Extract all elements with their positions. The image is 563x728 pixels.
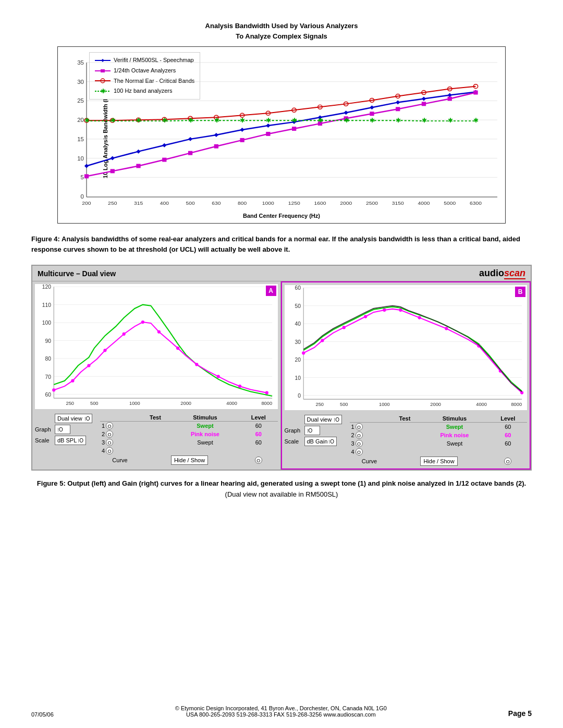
ctrl-graph-dropdown-b[interactable]: ⁝O [304, 426, 320, 435]
curve-level-a4 [239, 447, 277, 455]
ctrl-graph-spinner-b: ⁝O [307, 428, 313, 434]
curves-table-b: Test Stimulus Level 1 [350, 415, 528, 466]
ctrl-view-value-b: Dual view [307, 416, 332, 423]
ctrl-row-scale-b: Scale dB Gain ⁝O [285, 437, 347, 446]
svg-text:✱: ✱ [370, 117, 375, 124]
curve-circle-a3[interactable]: O [106, 439, 113, 446]
svg-rect-71 [448, 96, 452, 101]
multicurve-title: Multicurve – Dual view [38, 269, 116, 278]
svg-point-162 [321, 339, 324, 342]
ctrl-scale-value-b: dB Gain [307, 438, 328, 445]
curve-level-a1: 60 [239, 422, 277, 430]
ctrl-scale-dropdown-a[interactable]: dB SPL ⁝O [55, 436, 86, 445]
curve-level-b3: 60 [489, 439, 527, 448]
svg-point-133 [157, 330, 161, 334]
controls-b: Dual view ⁝O Graph ⁝O Scale [282, 413, 530, 468]
svg-text:✱: ✱ [422, 117, 427, 124]
svg-text:1250: 1250 [288, 200, 300, 206]
hide-show-button-a[interactable]: Hide / Show [171, 455, 208, 465]
svg-text:90: 90 [45, 338, 52, 344]
controls-a: Dual view ⁝O Graph ⁝O Scale [32, 412, 280, 467]
graph-svg-a: 120 110 100 90 80 70 60 250 500 1000 200… [35, 284, 278, 409]
svg-text:8000: 8000 [511, 402, 522, 407]
curve-circle-b4[interactable]: O [356, 448, 363, 455]
curve-circle-a1[interactable]: O [106, 422, 113, 429]
curve-circle-b2[interactable]: O [356, 431, 363, 439]
hide-show-cell-b: Hide / Show [389, 456, 489, 466]
logo-audio: audio [479, 268, 504, 278]
figure5-text-normal: (Dual view not available in RM500SL) [225, 490, 338, 498]
svg-text:1600: 1600 [314, 200, 326, 206]
svg-point-128 [71, 379, 74, 382]
curve-stimulus-a4 [171, 447, 239, 455]
curve-test-a1 [140, 422, 171, 430]
chart1-section: 10 Log Analysis Bandwidth (Hz) Band Cent… [31, 46, 532, 224]
ctrl-scale-spinner-a: ⁝O [78, 438, 83, 443]
svg-point-163 [342, 326, 345, 329]
svg-text:2500: 2500 [366, 200, 378, 206]
ctrl-row-graph-b: Graph ⁝O [285, 426, 347, 435]
svg-text:10: 10 [77, 155, 84, 162]
ctrl-scale-dropdown-b[interactable]: dB Gain ⁝O [304, 437, 337, 446]
svg-rect-60 [162, 158, 166, 162]
curve-footer-label-a: Curve [100, 455, 140, 465]
svg-text:200: 200 [82, 200, 91, 206]
svg-text:✱: ✱ [396, 117, 401, 124]
curve-stimulus-a2: Pink noise [171, 430, 239, 438]
curve-row-b3: 3 O Swept 60 [350, 439, 528, 448]
svg-text:250: 250 [66, 401, 74, 406]
hide-show-circle-b[interactable]: O [504, 458, 511, 465]
svg-text:110: 110 [42, 302, 51, 308]
svg-text:30: 30 [295, 339, 301, 345]
curves-table-inner-a: Test Stimulus Level 1 [100, 414, 278, 465]
ctrl-view-dropdown-a[interactable]: Dual view ⁝O [55, 414, 92, 423]
svg-point-135 [195, 363, 198, 366]
chart1-xaxis-label: Band Center Frequency (Hz) [243, 213, 320, 219]
svg-text:500: 500 [186, 200, 195, 206]
svg-text:100: 100 [42, 320, 51, 326]
hide-show-icon-b[interactable]: O [489, 456, 527, 466]
panel-badge-b: B [515, 287, 525, 297]
hide-show-circle-a[interactable]: O [255, 456, 262, 464]
curve-level-b2: 60 [489, 431, 527, 439]
svg-marker-48 [266, 124, 270, 128]
svg-text:400: 400 [160, 200, 169, 206]
chart1-title-line1: Analysis Bandwidth Used by Various Analy… [31, 21, 532, 31]
svg-point-165 [383, 309, 386, 312]
svg-rect-69 [396, 107, 400, 111]
multicurve-header: Multicurve – Dual view audioscan [32, 266, 531, 281]
ctrl-graph-label-b: Graph [285, 427, 303, 434]
th-stimulus-a: Stimulus [171, 414, 239, 422]
ctrl-scale-label-b: Scale [285, 438, 303, 445]
svg-text:3150: 3150 [392, 200, 404, 206]
curve-test-a2 [140, 430, 171, 438]
hide-show-icon-a[interactable]: O [239, 455, 277, 465]
curve-num-a2: 2 O [100, 430, 140, 438]
svg-rect-61 [188, 151, 192, 155]
svg-text:✱: ✱ [188, 117, 193, 124]
svg-text:60: 60 [295, 285, 301, 291]
curve-circle-a2[interactable]: O [106, 430, 113, 438]
figure5-caption: Figure 5: Output (left) and Gain (right)… [31, 478, 532, 500]
svg-text:5000: 5000 [444, 200, 456, 206]
svg-marker-45 [188, 137, 192, 141]
curve-circle-b1[interactable]: O [356, 423, 363, 430]
curve-footer-b: Curve Hide / Show O [350, 456, 528, 466]
curve-row-a1: 1 O Swept 60 [100, 422, 278, 430]
curve-circle-a4[interactable]: O [106, 447, 113, 454]
svg-point-166 [399, 309, 402, 312]
svg-rect-58 [111, 169, 115, 173]
svg-rect-64 [266, 132, 270, 136]
ctrl-left-col-a: Dual view ⁝O Graph ⁝O Scale [35, 414, 97, 445]
svg-text:630: 630 [212, 200, 221, 206]
svg-text:✱: ✱ [162, 117, 167, 124]
curve-circle-b3[interactable]: O [356, 440, 363, 447]
audioscan-logo: audioscan [479, 268, 525, 279]
ctrl-view-spinner-a: ⁝O [84, 416, 90, 422]
svg-text:✱: ✱ [266, 117, 271, 124]
ctrl-graph-dropdown-a[interactable]: ⁝O [55, 425, 70, 434]
svg-text:50: 50 [295, 303, 301, 309]
hide-show-button-b[interactable]: Hide / Show [420, 456, 457, 466]
panel-badge-a: A [266, 286, 276, 296]
ctrl-view-dropdown-b[interactable]: Dual view ⁝O [304, 415, 342, 424]
